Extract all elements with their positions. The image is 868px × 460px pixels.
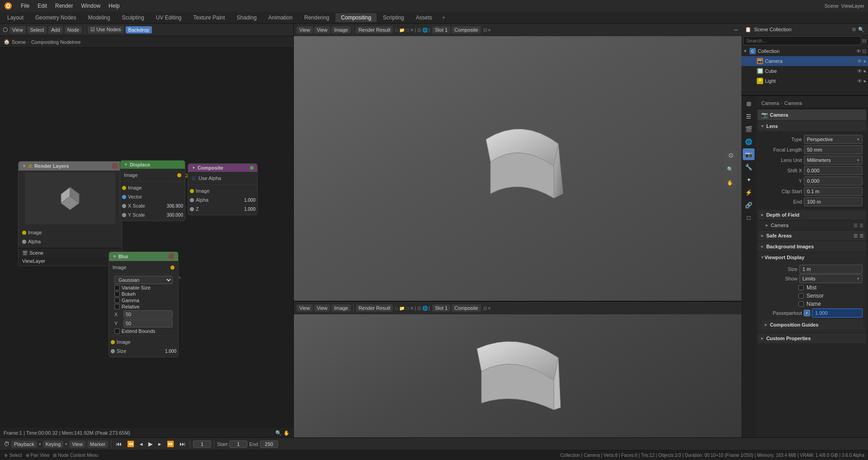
blur-y-value[interactable]: 50: [123, 319, 173, 327]
tab-assets[interactable]: Assets: [410, 13, 438, 22]
tab-rendering[interactable]: Rendering: [299, 13, 335, 22]
outliner-funnel-icon[interactable]: ⊟: [862, 38, 866, 44]
next-keyframe-btn[interactable]: ⏩: [165, 440, 176, 448]
cube-dot-icon[interactable]: ●: [863, 68, 866, 74]
outliner-search-icon[interactable]: 🔍: [858, 27, 864, 33]
render-layers-node[interactable]: ▼ ⚠ Render Layers Image: [18, 161, 122, 266]
custom-props-header[interactable]: ► Custom Properties: [758, 333, 866, 343]
prop-renderlayers-icon[interactable]: ☰: [743, 110, 755, 122]
comp-guides-header[interactable]: ► Composition Guides: [761, 320, 863, 330]
background-images-header[interactable]: ► Background Images: [758, 242, 866, 251]
nav-sphere[interactable]: ⊙: [724, 148, 738, 162]
clip-start-value[interactable]: 0.1 m: [804, 187, 863, 196]
lens-type-value[interactable]: Perspective ▾: [804, 135, 863, 144]
node-mute-icon[interactable]: [112, 163, 118, 169]
outliner-filter-icon[interactable]: ⚙: [852, 27, 856, 33]
blur-extendbounds-checkbox[interactable]: [114, 328, 120, 334]
timeline-end-input[interactable]: [260, 441, 278, 448]
menu-window[interactable]: Window: [77, 2, 104, 10]
vd-name-checkbox[interactable]: [798, 301, 804, 307]
timeline-start-input[interactable]: [229, 441, 247, 448]
collection-sel-icon[interactable]: ⊡: [862, 48, 866, 54]
lens-unit-value[interactable]: Millimeters ▾: [804, 156, 863, 165]
expand-icon[interactable]: ↔: [733, 27, 739, 33]
slot1-btn[interactable]: Slot 1: [432, 26, 450, 33]
safe-areas-header[interactable]: ► Safe Areas ☰ ☰: [758, 231, 866, 241]
prop-scene-icon[interactable]: ⊞: [743, 98, 755, 109]
node-collapse-icon[interactable]: ▼: [22, 164, 26, 168]
light-dot-icon[interactable]: ●: [863, 78, 866, 84]
vd-mist-checkbox[interactable]: [798, 285, 804, 290]
ro-slot1-btn[interactable]: Slot 1: [432, 304, 450, 312]
ro-view2-btn[interactable]: View: [314, 304, 330, 312]
displace-node[interactable]: ▼ Displace Image Image V: [120, 160, 185, 221]
render-result-btn[interactable]: Render Result: [356, 26, 393, 33]
skip-end-btn[interactable]: ⏭: [178, 440, 187, 448]
prop-constraints-icon[interactable]: 🔗: [743, 199, 755, 211]
render-layers-scene[interactable]: Scene: [29, 250, 43, 256]
prop-modifier-icon[interactable]: 🔧: [743, 161, 755, 173]
props-breadcrumb-item1[interactable]: Camera: [761, 100, 779, 106]
tab-compositing[interactable]: Compositing: [335, 13, 377, 22]
shift-x-value[interactable]: 0.000: [804, 166, 863, 175]
outliner-light[interactable]: 💡 Light 👁 ●: [741, 76, 868, 86]
vd-header[interactable]: ▼ Viewport Display: [758, 252, 866, 262]
add-menu-button[interactable]: Add: [48, 26, 63, 33]
use-nodes-button[interactable]: ☑ Use Nodes: [88, 26, 123, 33]
next-frame-btn[interactable]: ▸: [156, 440, 163, 448]
blur-relative-checkbox[interactable]: [114, 304, 120, 309]
clip-end-value[interactable]: 100 m: [804, 197, 863, 206]
focal-length-value[interactable]: 50 mm: [804, 145, 863, 154]
prop-scene2-icon[interactable]: 🎬: [743, 123, 755, 135]
tab-modeling[interactable]: Modeling: [83, 13, 116, 22]
ro-composite-btn[interactable]: Composite: [452, 304, 481, 312]
prop-object-icon[interactable]: 📷: [743, 148, 755, 160]
tab-animation[interactable]: Animation: [263, 13, 298, 22]
menu-help[interactable]: Help: [105, 2, 123, 10]
node-hand-icon[interactable]: ✋: [283, 430, 290, 436]
tab-texture-paint[interactable]: Texture Paint: [188, 13, 231, 22]
cube-vis-icon[interactable]: 👁: [857, 68, 862, 74]
lens-section-header[interactable]: ▼ Lens: [758, 121, 866, 131]
blur-x-value[interactable]: 50: [123, 310, 173, 318]
node-canvas[interactable]: ▼ ⚠ Render Layers Image: [0, 48, 293, 437]
playback-dropdown[interactable]: ▾: [39, 442, 41, 446]
props-breadcrumb-item2[interactable]: Camera: [784, 100, 802, 106]
pp-checkbox[interactable]: ✓: [804, 310, 810, 316]
nav-zoom[interactable]: 🔍: [724, 164, 736, 175]
timeline-editor-icon[interactable]: ⏱: [4, 441, 9, 447]
prev-frame-btn[interactable]: ◂: [138, 440, 145, 448]
safe-areas-icon2[interactable]: ☰: [859, 233, 863, 238]
tab-geometry-nodes[interactable]: Geometry Nodes: [30, 13, 82, 22]
composite-collapse[interactable]: ▼: [192, 166, 196, 170]
node-editor-icon[interactable]: ⬡: [3, 26, 8, 33]
current-frame-input[interactable]: [193, 441, 211, 448]
vd-sensor-checkbox[interactable]: [798, 293, 804, 299]
timeline-marker-btn[interactable]: Marker: [87, 441, 108, 448]
safe-areas-icon1[interactable]: ☰: [854, 233, 858, 238]
light-vis-icon[interactable]: 👁: [857, 78, 862, 84]
playback-btn[interactable]: Playback: [11, 441, 37, 448]
prop-physics-icon[interactable]: ⚡: [743, 186, 755, 198]
outliner-cube[interactable]: ⬜ Cube 👁 ●: [741, 66, 868, 76]
blur-variablesize-checkbox[interactable]: [114, 285, 120, 290]
blur-method-select[interactable]: Gaussian: [114, 276, 173, 284]
backdrop-button[interactable]: Backdrop: [126, 26, 152, 33]
node-search-icon[interactable]: 🔍: [275, 430, 282, 436]
camera-sub-icon1[interactable]: ☰: [854, 223, 858, 228]
select-menu-button[interactable]: Select: [28, 26, 47, 33]
skip-start-btn[interactable]: ⏮: [114, 440, 123, 448]
vd-size-val[interactable]: 1 m: [799, 265, 863, 274]
menu-render[interactable]: Render: [52, 2, 76, 10]
menu-edit[interactable]: Edit: [34, 2, 51, 10]
composite-btn[interactable]: Composite: [452, 26, 481, 33]
viewport-view2-btn[interactable]: View: [314, 26, 330, 33]
outliner-collection[interactable]: ▼ C Collection 👁 ⊡: [741, 46, 868, 56]
outliner-camera[interactable]: 📷 Camera 👁 ●: [741, 56, 868, 66]
collection-vis-icon[interactable]: 👁: [856, 48, 861, 54]
menu-file[interactable]: File: [17, 2, 33, 10]
breadcrumb-scene[interactable]: Scene: [12, 39, 26, 45]
view-layer-value[interactable]: ViewLayer: [22, 258, 45, 264]
ro-render-result-btn[interactable]: Render Result: [356, 304, 393, 312]
prev-keyframe-btn[interactable]: ⏪: [125, 440, 136, 448]
